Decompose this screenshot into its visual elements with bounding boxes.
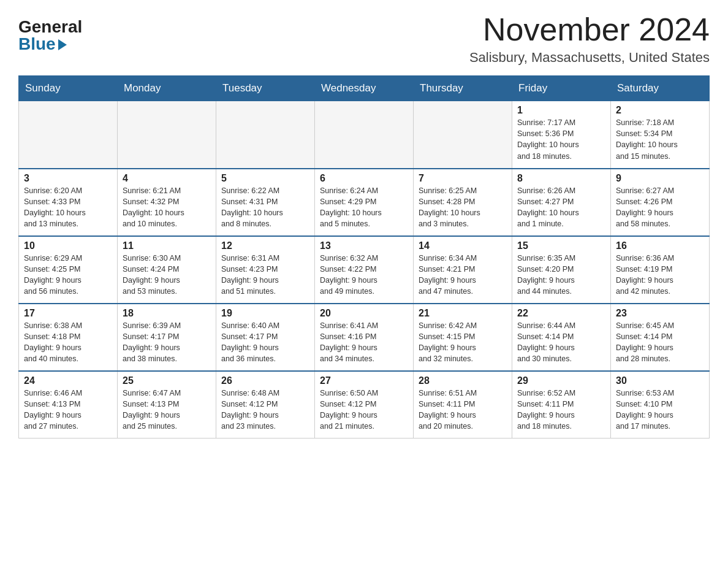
calendar-cell: 19Sunrise: 6:40 AMSunset: 4:17 PMDayligh… <box>216 304 315 371</box>
day-info: Sunrise: 6:35 AMSunset: 4:20 PMDaylight:… <box>517 253 605 297</box>
calendar-cell: 5Sunrise: 6:22 AMSunset: 4:31 PMDaylight… <box>216 169 315 236</box>
day-info: Sunrise: 6:50 AMSunset: 4:12 PMDaylight:… <box>320 388 408 432</box>
day-number: 22 <box>517 308 605 319</box>
calendar-cell: 28Sunrise: 6:51 AMSunset: 4:11 PMDayligh… <box>414 371 512 439</box>
day-number: 9 <box>616 173 704 184</box>
day-info: Sunrise: 6:34 AMSunset: 4:21 PMDaylight:… <box>419 253 507 297</box>
calendar-cell: 7Sunrise: 6:25 AMSunset: 4:28 PMDaylight… <box>414 169 512 236</box>
day-info: Sunrise: 6:48 AMSunset: 4:12 PMDaylight:… <box>221 388 309 432</box>
calendar-cell: 27Sunrise: 6:50 AMSunset: 4:12 PMDayligh… <box>315 371 414 439</box>
day-info: Sunrise: 6:40 AMSunset: 4:17 PMDaylight:… <box>221 320 309 365</box>
day-info: Sunrise: 6:47 AMSunset: 4:13 PMDaylight:… <box>123 388 211 432</box>
day-number: 25 <box>123 375 211 386</box>
day-info: Sunrise: 6:39 AMSunset: 4:17 PMDaylight:… <box>123 320 211 365</box>
location-title: Salisbury, Massachusetts, United States <box>469 50 710 66</box>
calendar-cell: 18Sunrise: 6:39 AMSunset: 4:17 PMDayligh… <box>118 304 216 371</box>
day-info: Sunrise: 7:18 AMSunset: 5:34 PMDaylight:… <box>616 117 704 162</box>
calendar-cell: 21Sunrise: 6:42 AMSunset: 4:15 PMDayligh… <box>414 304 512 371</box>
weekday-header-saturday: Saturday <box>611 76 710 101</box>
day-number: 16 <box>616 240 704 251</box>
day-info: Sunrise: 6:20 AMSunset: 4:33 PMDaylight:… <box>24 185 112 230</box>
day-info: Sunrise: 6:41 AMSunset: 4:16 PMDaylight:… <box>320 320 408 365</box>
day-info: Sunrise: 6:53 AMSunset: 4:10 PMDaylight:… <box>616 388 704 432</box>
day-info: Sunrise: 6:21 AMSunset: 4:32 PMDaylight:… <box>123 185 211 230</box>
day-number: 13 <box>320 240 408 251</box>
calendar-header-row: SundayMondayTuesdayWednesdayThursdayFrid… <box>19 76 710 101</box>
calendar-cell: 24Sunrise: 6:46 AMSunset: 4:13 PMDayligh… <box>19 371 118 439</box>
day-number: 6 <box>320 173 408 184</box>
day-number: 29 <box>517 375 605 386</box>
day-number: 14 <box>419 240 507 251</box>
day-info: Sunrise: 6:52 AMSunset: 4:11 PMDaylight:… <box>517 388 605 432</box>
calendar-cell <box>118 101 216 169</box>
logo-blue-text: Blue <box>18 36 56 53</box>
calendar-cell: 29Sunrise: 6:52 AMSunset: 4:11 PMDayligh… <box>512 371 611 439</box>
day-info: Sunrise: 6:51 AMSunset: 4:11 PMDaylight:… <box>419 388 507 432</box>
day-info: Sunrise: 6:38 AMSunset: 4:18 PMDaylight:… <box>24 320 112 365</box>
day-number: 24 <box>24 375 112 386</box>
calendar-week-row: 3Sunrise: 6:20 AMSunset: 4:33 PMDaylight… <box>19 169 710 236</box>
calendar-body: 1Sunrise: 7:17 AMSunset: 5:36 PMDaylight… <box>19 101 710 439</box>
weekday-header-tuesday: Tuesday <box>216 76 315 101</box>
calendar-cell: 13Sunrise: 6:32 AMSunset: 4:22 PMDayligh… <box>315 236 414 304</box>
calendar-table: SundayMondayTuesdayWednesdayThursdayFrid… <box>18 75 710 439</box>
day-info: Sunrise: 6:36 AMSunset: 4:19 PMDaylight:… <box>616 253 704 297</box>
day-number: 12 <box>221 240 309 251</box>
calendar-cell: 30Sunrise: 6:53 AMSunset: 4:10 PMDayligh… <box>611 371 710 439</box>
day-number: 18 <box>123 308 211 319</box>
day-info: Sunrise: 6:31 AMSunset: 4:23 PMDaylight:… <box>221 253 309 297</box>
day-info: Sunrise: 6:22 AMSunset: 4:31 PMDaylight:… <box>221 185 309 230</box>
day-number: 19 <box>221 308 309 319</box>
calendar-cell: 22Sunrise: 6:44 AMSunset: 4:14 PMDayligh… <box>512 304 611 371</box>
logo-triangle-icon <box>58 39 67 50</box>
calendar-cell: 20Sunrise: 6:41 AMSunset: 4:16 PMDayligh… <box>315 304 414 371</box>
calendar-cell: 11Sunrise: 6:30 AMSunset: 4:24 PMDayligh… <box>118 236 216 304</box>
calendar-cell: 25Sunrise: 6:47 AMSunset: 4:13 PMDayligh… <box>118 371 216 439</box>
day-info: Sunrise: 6:26 AMSunset: 4:27 PMDaylight:… <box>517 185 605 230</box>
weekday-header-friday: Friday <box>512 76 611 101</box>
day-info: Sunrise: 6:29 AMSunset: 4:25 PMDaylight:… <box>24 253 112 297</box>
day-number: 3 <box>24 173 112 184</box>
calendar-cell: 23Sunrise: 6:45 AMSunset: 4:14 PMDayligh… <box>611 304 710 371</box>
day-info: Sunrise: 6:45 AMSunset: 4:14 PMDaylight:… <box>616 320 704 365</box>
calendar-cell: 10Sunrise: 6:29 AMSunset: 4:25 PMDayligh… <box>19 236 118 304</box>
page-header: General Blue November 2024 Salisbury, Ma… <box>18 12 710 66</box>
day-number: 7 <box>419 173 507 184</box>
day-info: Sunrise: 6:27 AMSunset: 4:26 PMDaylight:… <box>616 185 704 230</box>
day-number: 27 <box>320 375 408 386</box>
calendar-cell: 4Sunrise: 6:21 AMSunset: 4:32 PMDaylight… <box>118 169 216 236</box>
calendar-cell <box>19 101 118 169</box>
day-number: 30 <box>616 375 704 386</box>
calendar-cell: 26Sunrise: 6:48 AMSunset: 4:12 PMDayligh… <box>216 371 315 439</box>
day-number: 21 <box>419 308 507 319</box>
calendar-cell <box>216 101 315 169</box>
calendar-cell <box>315 101 414 169</box>
calendar-cell: 2Sunrise: 7:18 AMSunset: 5:34 PMDaylight… <box>611 101 710 169</box>
day-number: 17 <box>24 308 112 319</box>
calendar-cell: 14Sunrise: 6:34 AMSunset: 4:21 PMDayligh… <box>414 236 512 304</box>
day-number: 4 <box>123 173 211 184</box>
day-info: Sunrise: 6:44 AMSunset: 4:14 PMDaylight:… <box>517 320 605 365</box>
day-number: 20 <box>320 308 408 319</box>
day-number: 5 <box>221 173 309 184</box>
day-number: 11 <box>123 240 211 251</box>
day-number: 15 <box>517 240 605 251</box>
weekday-header-sunday: Sunday <box>19 76 118 101</box>
calendar-cell: 6Sunrise: 6:24 AMSunset: 4:29 PMDaylight… <box>315 169 414 236</box>
calendar-week-row: 17Sunrise: 6:38 AMSunset: 4:18 PMDayligh… <box>19 304 710 371</box>
day-number: 23 <box>616 308 704 319</box>
day-info: Sunrise: 6:25 AMSunset: 4:28 PMDaylight:… <box>419 185 507 230</box>
calendar-week-row: 10Sunrise: 6:29 AMSunset: 4:25 PMDayligh… <box>19 236 710 304</box>
calendar-cell: 12Sunrise: 6:31 AMSunset: 4:23 PMDayligh… <box>216 236 315 304</box>
day-info: Sunrise: 6:42 AMSunset: 4:15 PMDaylight:… <box>419 320 507 365</box>
day-info: Sunrise: 6:46 AMSunset: 4:13 PMDaylight:… <box>24 388 112 432</box>
day-number: 1 <box>517 105 605 116</box>
day-info: Sunrise: 6:30 AMSunset: 4:24 PMDaylight:… <box>123 253 211 297</box>
day-info: Sunrise: 6:24 AMSunset: 4:29 PMDaylight:… <box>320 185 408 230</box>
calendar-cell: 16Sunrise: 6:36 AMSunset: 4:19 PMDayligh… <box>611 236 710 304</box>
calendar-cell: 3Sunrise: 6:20 AMSunset: 4:33 PMDaylight… <box>19 169 118 236</box>
day-info: Sunrise: 7:17 AMSunset: 5:36 PMDaylight:… <box>517 117 605 162</box>
calendar-week-row: 1Sunrise: 7:17 AMSunset: 5:36 PMDaylight… <box>19 101 710 169</box>
day-number: 8 <box>517 173 605 184</box>
weekday-header-thursday: Thursday <box>414 76 512 101</box>
